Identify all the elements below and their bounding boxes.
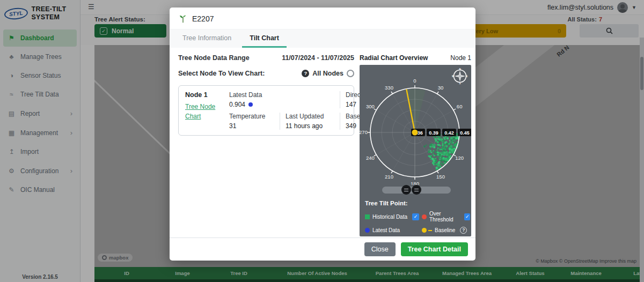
tab-tilt-chart[interactable]: Tilt Chart (242, 29, 287, 48)
node-card: Node 1 Tree Node Chart Latest Data 0.904… (178, 85, 354, 136)
temperature-label: Temperature (229, 113, 274, 120)
legend-grid: Historical Data✓Over Threshold✓Latest Da… (365, 211, 470, 234)
data-range-value: 11/07/2024 - 11/07/2025 (282, 54, 354, 62)
radial-chart-node-label: Node 1 (450, 54, 471, 62)
help-icon[interactable]: ? (302, 70, 309, 77)
chart-zoom-slider[interactable] (382, 187, 451, 194)
svg-text:150: 150 (436, 174, 445, 180)
temperature-value: 31 (229, 122, 274, 130)
modal-title: E2207 (192, 14, 214, 23)
svg-text:0.42: 0.42 (444, 130, 454, 136)
tree-node-chart-link[interactable]: Tree Node Chart (185, 102, 221, 121)
latest-data-marker-icon (365, 228, 370, 233)
legend-item-historical-data: Historical Data✓ (365, 211, 422, 222)
tree-chart-detail-button[interactable]: Tree Chart Detail (401, 242, 468, 256)
data-range-label: Tree Node Data Range (178, 54, 250, 62)
last-updated-cell: Last Updated 11 hours ago (280, 113, 340, 130)
over-threshold-checkbox[interactable]: ✓ (464, 213, 470, 220)
all-nodes-radio[interactable] (347, 70, 354, 77)
node-name: Node 1 (185, 91, 221, 99)
close-button[interactable]: Close (364, 242, 396, 256)
legend-item-baseline: Baseline? (422, 227, 470, 234)
svg-text:60: 60 (457, 103, 463, 109)
modal-tabs: Tree Information Tilt Chart (170, 29, 475, 48)
modal-footer: Close Tree Chart Detail (170, 238, 475, 261)
legend-title: Tree Tilt Point: (365, 200, 470, 206)
svg-text:0.45: 0.45 (460, 130, 470, 136)
svg-text:330: 330 (385, 85, 393, 91)
select-node-row: Select Node To View Chart: ? All Nodes (178, 70, 354, 77)
modal-body: Tree Node Data Range 11/07/2024 - 11/07/… (170, 48, 475, 238)
last-updated-label: Last Updated (286, 113, 334, 120)
svg-text:240: 240 (366, 155, 375, 161)
over-threshold-marker-icon (422, 214, 427, 219)
seedling-icon (178, 14, 188, 24)
svg-text:30: 30 (438, 85, 444, 91)
latest-data-dot-icon (248, 102, 253, 107)
temperature-cell: Temperature 31 (224, 113, 280, 130)
tab-tree-information[interactable]: Tree Information (175, 29, 239, 48)
svg-text:E: E (466, 75, 467, 78)
legend-label: Latest Data (372, 227, 400, 233)
slider-handle-left[interactable] (401, 185, 411, 195)
legend-label: Over Threshold (429, 211, 459, 222)
svg-text:0: 0 (413, 78, 416, 84)
svg-text:N: N (459, 68, 460, 71)
svg-text:210: 210 (385, 174, 393, 180)
latest-data-cell: Latest Data 0.904 (224, 91, 340, 108)
historical-data-checkbox[interactable]: ✓ (412, 213, 419, 220)
svg-text:180: 180 (411, 181, 419, 185)
compass-icon[interactable]: N E S W (452, 68, 468, 84)
slider-handle-right[interactable] (412, 185, 421, 195)
legend-item-latest-data: Latest Data (365, 227, 422, 234)
latest-data-label: Latest Data (229, 91, 334, 99)
svg-text:0.39: 0.39 (429, 130, 438, 136)
baseline-marker-icon (422, 228, 427, 233)
svg-text:120: 120 (455, 155, 464, 161)
modal-header: E2207 (170, 8, 475, 29)
all-nodes-option: ? All Nodes (302, 70, 354, 77)
radial-chart-header: Radial Chart Overview Node 1 (360, 54, 471, 62)
select-node-label: Select Node To View Chart: (178, 70, 265, 77)
latest-data-value: 0.904 (229, 101, 245, 108)
baseline-help-icon[interactable]: ? (460, 227, 467, 234)
node-select-pane: Tree Node Data Range 11/07/2024 - 11/07/… (170, 48, 360, 238)
svg-text:S: S (459, 82, 460, 85)
radial-chart-pane: Radial Chart Overview Node 1 03060901201… (360, 48, 475, 238)
last-updated-value: 11 hours ago (286, 122, 334, 130)
radial-chart-panel: 03060901201501802102402703003300.360.390… (360, 65, 471, 236)
historical-data-marker-icon (365, 214, 370, 219)
legend-label: Baseline (435, 227, 455, 233)
legend-item-over-threshold: Over Threshold✓ (422, 211, 470, 222)
baseline-dash-icon (428, 230, 432, 231)
node-card-left: Node 1 Tree Node Chart (185, 91, 224, 130)
data-range-row: Tree Node Data Range 11/07/2024 - 11/07/… (178, 54, 354, 62)
all-nodes-label: All Nodes (312, 70, 343, 77)
tree-detail-modal: E2207 Tree Information Tilt Chart Tree N… (170, 8, 475, 261)
radial-chart-title: Radial Chart Overview (360, 54, 428, 62)
chart-legend: Tree Tilt Point: Historical Data✓Over Th… (365, 200, 470, 234)
svg-text:270: 270 (360, 129, 368, 135)
legend-label: Historical Data (372, 214, 407, 220)
svg-text:300: 300 (366, 103, 375, 109)
